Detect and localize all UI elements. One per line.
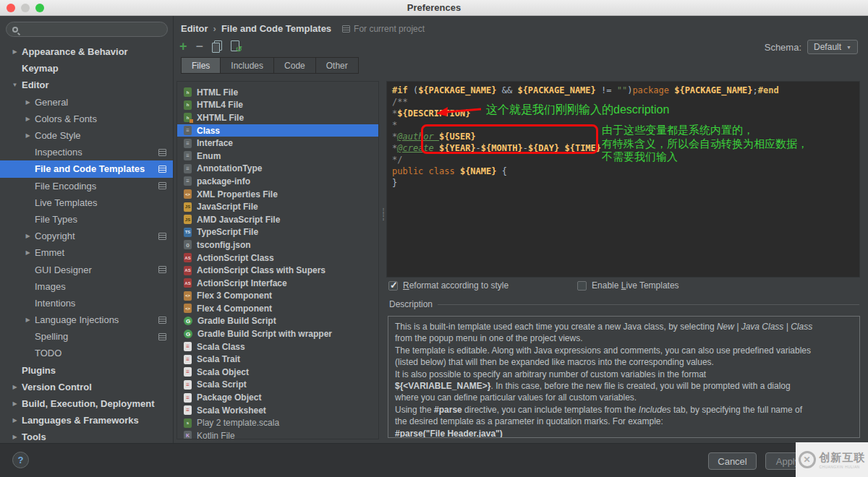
description-line: It is also possible to specify an arbitr…: [395, 369, 853, 380]
template-item-flex-3-component[interactable]: <>Flex 3 Component: [177, 290, 378, 303]
template-item-scala-object[interactable]: ≡Scala Object: [177, 366, 378, 379]
cancel-button[interactable]: Cancel: [708, 452, 757, 470]
template-item-javascript-file[interactable]: JSJavaScript File: [177, 200, 378, 213]
search-input[interactable]: [18, 25, 167, 35]
splitter-handle[interactable]: ⁞⁞: [380, 208, 386, 228]
template-item-scala-trait[interactable]: ≡Scala Trait: [177, 353, 378, 366]
settings-search[interactable]: [6, 22, 168, 37]
template-item-label: ActionScript Class with Supers: [197, 265, 326, 275]
js-file-icon: JS: [184, 202, 192, 212]
sidebar-item-tools[interactable]: ▶Tools: [0, 429, 173, 443]
help-button[interactable]: ?: [12, 452, 29, 468]
sidebar-item-colors-fonts[interactable]: ▶Colors & Fonts: [0, 111, 173, 127]
annotation-note-line: 不需要我们输入: [602, 150, 808, 164]
copy-template-icon[interactable]: [212, 40, 221, 52]
reformat-checkbox[interactable]: [388, 281, 398, 291]
as-file-icon: AS: [184, 266, 192, 275]
sidebar-item-appearance-behavior[interactable]: ▶Appearance & Behavior: [0, 43, 173, 60]
template-item-amd-javascript-file[interactable]: JSAMD JavaScript File: [177, 213, 378, 226]
template-item-xhtml-file[interactable]: hXHTML File: [177, 111, 378, 124]
sidebar-item-copyright[interactable]: ▶Copyright: [0, 228, 173, 244]
sidebar-item-version-control[interactable]: ▶Version Control: [0, 379, 173, 395]
sidebar-item-gui-designer[interactable]: GUI Designer: [0, 261, 173, 278]
sidebar-item-code-style[interactable]: ▶Code Style: [0, 127, 173, 144]
template-item-play-2-template-scala[interactable]: sPlay 2 template.scala: [177, 416, 378, 429]
template-editor[interactable]: #if (${PACKAGE_NAME} && ${PACKAGE_NAME} …: [386, 81, 860, 278]
template-item-tsconfig-json[interactable]: {}tsconfig.json: [177, 239, 378, 252]
live-templates-checkbox[interactable]: [577, 281, 587, 291]
sidebar-item-inspections[interactable]: Inspections: [0, 144, 173, 160]
sidebar-item-file-and-code-templates[interactable]: File and Code Templates: [0, 160, 173, 177]
sidebar-item-plugins[interactable]: Plugins: [0, 362, 173, 379]
template-item-scala-script[interactable]: ≡Scala Script: [177, 379, 378, 392]
description-panel: This is a built-in template used each ti…: [388, 316, 860, 438]
template-list: hHTML FilehHTML4 FilehXHTML File≡Class≡I…: [176, 81, 379, 439]
template-item-gradle-build-script[interactable]: GGradle Build Script: [177, 315, 378, 328]
template-item-scala-worksheet[interactable]: ≡Scala Worksheet: [177, 404, 378, 417]
sidebar-item-language-injections[interactable]: ▶Language Injections: [0, 311, 173, 328]
description-text: the desired template as a parameter in q…: [395, 416, 663, 426]
tab-other[interactable]: Other: [316, 57, 359, 74]
code-token: /**: [392, 97, 408, 107]
template-item-actionscript-interface[interactable]: ASActionScript Interface: [177, 277, 378, 290]
reset-to-default-icon[interactable]: [230, 40, 240, 52]
template-item-typescript-file[interactable]: TSTypeScript File: [177, 226, 378, 239]
template-item-annotationtype[interactable]: ≡AnnotationType: [177, 163, 378, 176]
schema-control: Schema: Default ▼: [765, 40, 858, 54]
template-item-flex-4-component[interactable]: <>Flex 4 Component: [177, 302, 378, 315]
sidebar-item-file-types[interactable]: File Types: [0, 211, 173, 228]
template-item-enum[interactable]: ≡Enum: [177, 150, 378, 163]
code-token: *: [392, 120, 397, 130]
sidebar-item-languages-frameworks[interactable]: ▶Languages & Frameworks: [0, 412, 173, 429]
template-item-html4-file[interactable]: hHTML4 File: [177, 99, 378, 112]
sidebar-item-todo[interactable]: TODO: [0, 345, 173, 361]
template-item-html-file[interactable]: hHTML File: [177, 86, 378, 99]
chevron-right-icon: ▶: [22, 132, 34, 139]
template-item-actionscript-class-with-supers[interactable]: ASActionScript Class with Supers: [177, 264, 378, 277]
template-item-class[interactable]: ≡Class: [177, 124, 378, 137]
description-text: New | Java Class | Class: [717, 322, 812, 332]
template-tabs: FilesIncludesCodeOther: [181, 57, 359, 74]
chevron-right-icon: ▶: [22, 317, 34, 323]
template-item-kotlin-file[interactable]: KKotlin File: [177, 429, 378, 439]
remove-template-icon[interactable]: −: [196, 40, 204, 53]
tab-files[interactable]: Files: [181, 57, 221, 74]
sidebar-item-live-templates[interactable]: Live Templates: [0, 194, 173, 211]
template-item-label: XML Properties File: [197, 189, 278, 199]
schema-dropdown[interactable]: Default ▼: [807, 40, 858, 54]
tab-includes[interactable]: Includes: [221, 57, 274, 74]
annotation-note-line: 有特殊含义，所以会自动转换为相应数据，: [602, 137, 808, 151]
template-item-gradle-build-script-with-wrapper[interactable]: GGradle Build Script with wrapper: [177, 327, 378, 340]
template-item-interface[interactable]: ≡Interface: [177, 137, 378, 150]
sidebar-item-emmet[interactable]: ▶Emmet: [0, 244, 173, 261]
template-item-label: Interface: [197, 138, 233, 148]
live-templates-label: Enable Live Templates: [592, 280, 679, 291]
description-text: It is also possible to specify an arbitr…: [395, 369, 706, 379]
sidebar-item-keymap[interactable]: Keymap: [0, 60, 173, 77]
sidebar-item-images[interactable]: Images: [0, 278, 173, 295]
template-item-package-info[interactable]: ≡package-info: [177, 175, 378, 188]
chevron-right-icon: ▶: [22, 116, 34, 122]
template-item-package-object[interactable]: ≡Package Object: [177, 391, 378, 404]
sidebar-item-label: Version Control: [22, 382, 92, 392]
template-item-actionscript-class[interactable]: ASActionScript Class: [177, 252, 378, 265]
add-template-icon[interactable]: +: [179, 40, 187, 53]
sidebar-item-build-execution-deployment[interactable]: ▶Build, Execution, Deployment: [0, 395, 173, 412]
sidebar-item-file-encodings[interactable]: File Encodings: [0, 178, 173, 194]
template-item-label: package-info: [197, 176, 250, 186]
label-text: ive Templates: [626, 280, 678, 291]
sidebar-item-spelling[interactable]: Spelling: [0, 328, 173, 345]
sidebar-item-intentions[interactable]: Intentions: [0, 295, 173, 311]
chevron-down-icon: ▼: [9, 82, 21, 88]
breadcrumb-root[interactable]: Editor: [181, 23, 208, 34]
tab-code[interactable]: Code: [274, 57, 316, 74]
code-token: #end: [758, 85, 779, 95]
breadcrumb-separator-icon: ›: [213, 23, 216, 34]
search-icon: [12, 27, 18, 33]
sidebar-item-editor[interactable]: ▼Editor: [0, 77, 173, 93]
template-item-scala-class[interactable]: ≡Scala Class: [177, 340, 378, 353]
chevron-right-icon: ▶: [9, 384, 21, 390]
template-item-xml-properties-file[interactable]: <>XML Properties File: [177, 188, 378, 201]
page-title: File and Code Templates: [221, 23, 331, 34]
sidebar-item-general[interactable]: ▶General: [0, 94, 173, 111]
